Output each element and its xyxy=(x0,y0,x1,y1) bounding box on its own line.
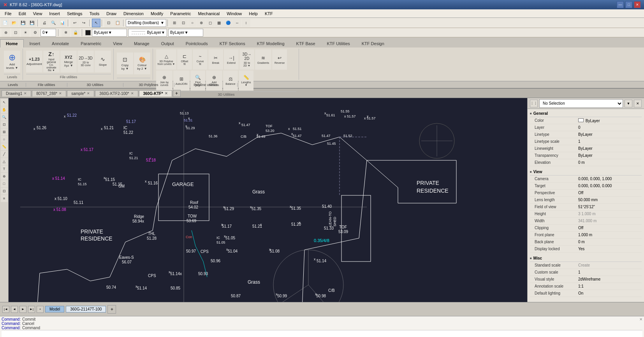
autojoin-button[interactable]: ⊞ AutoJOIN xyxy=(173,70,190,91)
adjustment-button[interactable]: +1.23 Adjustment xyxy=(26,51,42,72)
restore-button[interactable]: □ xyxy=(625,1,632,8)
ribbon-tab-ktf-design[interactable]: KTF Design xyxy=(356,39,390,47)
ribbon-tab-pointclouds[interactable]: Pointclouds xyxy=(180,39,214,47)
misc-header[interactable]: ■ Misc xyxy=(530,255,642,262)
menu-item-draw[interactable]: Draw xyxy=(103,11,120,17)
doc-tab-close[interactable]: ✕ xyxy=(131,91,134,95)
reverse-button[interactable]: ↩ Reverse xyxy=(272,49,287,70)
view-btn1[interactable]: ⊞ xyxy=(170,19,179,27)
draw-line-tool[interactable]: ╱ xyxy=(1,151,8,158)
print-button[interactable]: 🖨 xyxy=(40,19,49,27)
plot-button[interactable]: 📊 xyxy=(58,19,67,27)
doc-tab-close[interactable]: ✕ xyxy=(24,91,27,95)
coordinate-file-button[interactable]: Z↑ Input generalCo-ordinate file ▼ xyxy=(43,51,60,72)
layer-btn1[interactable]: ⊕ xyxy=(2,28,10,37)
command-input[interactable] xyxy=(2,330,642,337)
menu-item-file[interactable]: File xyxy=(2,11,15,17)
nav-prev-button[interactable]: ◄ xyxy=(11,306,18,313)
close-button[interactable]: ✕ xyxy=(634,1,641,8)
color-swatch[interactable] xyxy=(85,30,91,35)
toolbar-style-dropdown[interactable]: Drafting (toolbars) ▼ xyxy=(126,19,166,27)
ribbon-tab-output[interactable]: Output xyxy=(155,39,180,47)
lock-btn[interactable]: 🔒 xyxy=(71,28,80,37)
view-btn5[interactable]: ◻ xyxy=(206,19,215,27)
menu-item-window[interactable]: Window xyxy=(223,11,245,17)
ribbon-tab-insert[interactable]: Insert xyxy=(24,39,46,47)
break-button[interactable]: ✂ Break xyxy=(208,49,223,70)
save-button[interactable]: 💾 xyxy=(19,19,27,27)
3d-polyline-button[interactable]: △ 3D Polylinefrom Levels ▼ xyxy=(156,49,176,70)
menu-item-insert[interactable]: Insert xyxy=(46,11,63,17)
add-vertices-button[interactable]: ⊕ AddVertices xyxy=(206,70,222,91)
view-btn4[interactable]: ⊕ xyxy=(197,19,206,27)
panel-filter-button[interactable]: ▼ xyxy=(625,100,632,107)
menu-item-modify[interactable]: Modify xyxy=(148,11,166,17)
panel-dots-button[interactable]: ⋮⋮ xyxy=(530,100,538,107)
view-btn9[interactable]: ↕ xyxy=(242,19,250,27)
ribbon-tab-annotate[interactable]: Annotate xyxy=(46,39,75,47)
layer-tool[interactable]: ⊡ xyxy=(1,188,8,195)
copy-by-button[interactable]: ⊡ Copyby ▼ xyxy=(117,53,133,74)
ribbon-tab-home[interactable]: Home xyxy=(0,39,24,47)
menu-item-dimension[interactable]: Dimension xyxy=(120,11,147,17)
nav-add-button[interactable]: + xyxy=(37,306,44,313)
ribbon-tab-parametric[interactable]: Parametric xyxy=(75,39,107,47)
extend-button[interactable]: →| Extend xyxy=(224,49,239,70)
ribbon-tab-manage[interactable]: Manage xyxy=(128,39,155,47)
view-header[interactable]: ■ View xyxy=(530,168,642,176)
curve-fit-button[interactable]: ~ Curvefit xyxy=(193,49,208,70)
add-levels-button[interactable]: ⊕ Addlevels ▼ xyxy=(4,51,20,72)
find-gaps-button[interactable]: 🔍 Findgaps xyxy=(190,70,205,91)
doc-tab-close[interactable]: ✕ xyxy=(87,91,90,95)
bylayer-color-dropdown[interactable]: ByLayer▼ xyxy=(92,29,127,37)
menu-item-ktf[interactable]: KTF xyxy=(262,11,276,17)
balance-button[interactable]: ⚖ Balance xyxy=(223,70,238,91)
lengths-button[interactable]: 📏 Lengths▼ xyxy=(239,70,253,91)
doc-tab-close[interactable]: ✕ xyxy=(165,91,168,95)
merge-xyz-button[interactable]: XYZ MergeXyz ▼ xyxy=(60,51,77,72)
offset-fit-button[interactable]: ⊏ Offsetfit xyxy=(177,49,192,70)
view-btn2[interactable]: ⊡ xyxy=(179,19,188,27)
general-header[interactable]: ■ General xyxy=(530,110,642,117)
print-preview-button[interactable]: 🔍 xyxy=(49,19,58,27)
layer-btn3[interactable]: ☀ xyxy=(21,28,30,37)
nav-next-button[interactable]: ► xyxy=(19,306,26,313)
layout-tab[interactable]: 360G-21147T-100 xyxy=(66,306,106,312)
menu-item-mechanical[interactable]: Mechanical xyxy=(195,11,223,17)
select-tool[interactable]: □ xyxy=(1,180,8,187)
view-btn7[interactable]: 🔵 xyxy=(224,19,232,27)
redo-button[interactable]: ↪ xyxy=(79,19,88,27)
snap-tool[interactable]: ⊕ xyxy=(1,173,8,180)
nav-last-button[interactable]: ►| xyxy=(28,306,35,313)
undo-button[interactable]: ↩ xyxy=(70,19,79,27)
add-layout-button[interactable]: + xyxy=(107,305,116,314)
measure-tool[interactable]: 📏 xyxy=(1,143,8,150)
menu-item-parametric[interactable]: Parametric xyxy=(167,11,194,17)
add-doc-tab-button[interactable]: + xyxy=(173,90,181,97)
model-tab[interactable]: Model xyxy=(45,306,64,312)
arrow-tool[interactable]: ↖ xyxy=(1,99,8,106)
layer-number-dropdown[interactable]: 0▼ xyxy=(40,29,56,37)
ribbon-tab-ktf-sections[interactable]: KTF Sections xyxy=(214,39,251,47)
ribbon-tab-view[interactable]: View xyxy=(107,39,128,47)
bylayer-linetype-dropdown[interactable]: ByLayer▼ xyxy=(128,29,167,37)
menu-item-view[interactable]: View xyxy=(30,11,46,17)
doc-tab-360g-ktf-[interactable]: 360G-KTF*✕ xyxy=(139,90,172,97)
orbit-tool[interactable]: ○ xyxy=(1,136,8,143)
menu-item-tools[interactable]: Tools xyxy=(86,11,103,17)
layer-btn2[interactable]: ⊡ xyxy=(11,28,20,37)
doc-tab-360g-ktf2-100-[interactable]: 360G-KTF2-100*✕ xyxy=(95,90,138,97)
canvas-area[interactable]: .cad-text { fill: white; font-family: Ar… xyxy=(9,98,527,302)
draw-poly-tool[interactable]: △ xyxy=(1,158,8,165)
doc-tab-close[interactable]: ✕ xyxy=(59,91,62,95)
zoom-extent-tool[interactable]: ⊞ xyxy=(1,128,8,135)
pan-tool[interactable]: ✋ xyxy=(1,106,8,113)
3d-to-2d-button[interactable]: 3D→2D 3D to2D ▼ xyxy=(239,49,254,70)
view-btn3[interactable]: ○ xyxy=(188,19,197,27)
bylayer-lineweight-dropdown[interactable]: ByLayer▼ xyxy=(168,29,203,37)
join-curves-button[interactable]: ⊕ Join bycurves xyxy=(156,70,172,91)
view-btn8[interactable]: ↔ xyxy=(233,19,241,27)
minimize-button[interactable]: — xyxy=(617,1,624,8)
menu-item-help[interactable]: Help xyxy=(246,11,261,17)
gradients-button[interactable]: ≋ Gradients xyxy=(255,49,271,70)
